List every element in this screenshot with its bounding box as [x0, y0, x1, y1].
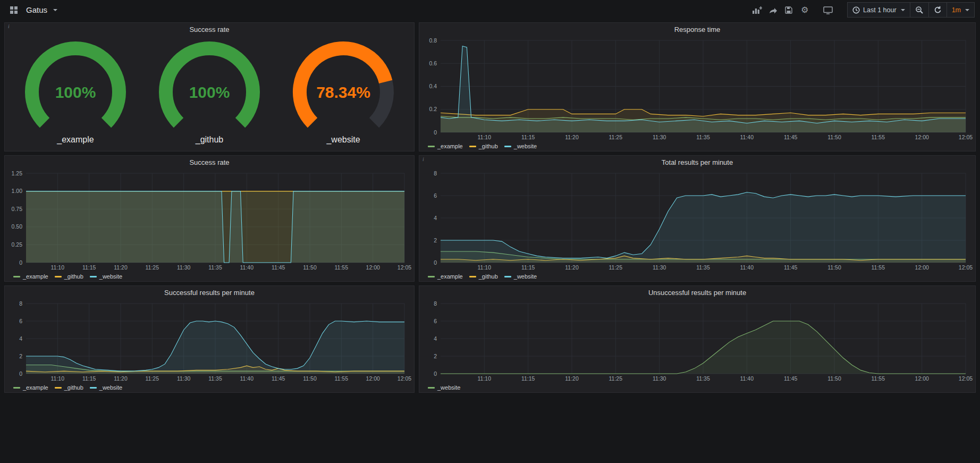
- caret-down-icon[interactable]: [53, 9, 57, 11]
- gauge-_github: 100%_github: [144, 41, 275, 145]
- chart-unsuccessful-results[interactable]: 0246811:1011:1511:2011:2511:3011:3511:40…: [421, 299, 973, 383]
- add-panel-button[interactable]: [749, 3, 764, 18]
- y-tick-label: 2: [19, 353, 22, 359]
- panel-title[interactable]: Response time: [419, 23, 975, 36]
- x-tick-label: 11:25: [146, 375, 159, 382]
- panel-title[interactable]: Success rate: [5, 23, 414, 36]
- legend-item-_website[interactable]: _website: [90, 273, 122, 280]
- y-tick-label: 0: [434, 129, 437, 136]
- chart-canvas: 00.20.40.60.811:1011:1511:2011:2511:3011…: [421, 36, 973, 141]
- x-tick-label: 11:35: [208, 375, 222, 382]
- gauge-arc: 78.34%: [278, 41, 409, 134]
- panel-success-rate-gauges: i Success rate 100%_example100%_github78…: [4, 22, 415, 151]
- chart-legend: _example_github_website: [7, 383, 412, 392]
- chart-total-results[interactable]: 0246811:1011:1511:2011:2511:3011:3511:40…: [421, 169, 973, 272]
- legend-item-_github[interactable]: _github: [55, 384, 83, 391]
- legend-item-_website[interactable]: _website: [504, 143, 537, 149]
- panel-successful-results: Successful results per minute 0246811:10…: [4, 285, 415, 393]
- x-tick-label: 11:55: [872, 375, 885, 382]
- chart-response-time[interactable]: 00.20.40.60.811:1011:1511:2011:2511:3011…: [421, 36, 973, 141]
- gauge-label: _github: [196, 135, 224, 145]
- gauge-_website: 78.34%_website: [278, 41, 409, 145]
- x-tick-label: 11:10: [478, 264, 492, 271]
- x-tick-label: 11:50: [303, 375, 317, 382]
- refresh-interval-picker[interactable]: 1m: [947, 2, 975, 18]
- info-icon[interactable]: i: [423, 156, 424, 162]
- zoom-out-icon: [915, 6, 924, 14]
- gauge-_example: 100%_example: [10, 41, 141, 145]
- panel-title[interactable]: Success rate: [5, 156, 414, 169]
- legend-item-_example[interactable]: _example: [13, 384, 48, 391]
- x-tick-label: 12:00: [366, 264, 380, 271]
- y-tick-label: 1.25: [12, 170, 23, 176]
- y-tick-label: 0: [434, 259, 437, 266]
- share-button[interactable]: [765, 3, 780, 18]
- dashboards-grid-icon[interactable]: [6, 3, 21, 18]
- panel-title[interactable]: Total results per minute: [419, 156, 975, 169]
- y-tick-label: 0: [434, 371, 437, 377]
- chart-success-rate[interactable]: 00.250.500.751.001.2511:1011:1511:2011:2…: [7, 169, 412, 272]
- x-tick-label: 11:30: [177, 264, 191, 271]
- y-tick-label: 0.8: [429, 37, 437, 44]
- y-tick-label: 2: [434, 237, 437, 243]
- x-tick-label: 11:45: [272, 375, 285, 382]
- x-tick-label: 11:20: [114, 264, 128, 271]
- legend-item-_website[interactable]: _website: [90, 384, 122, 391]
- share-icon: [768, 6, 778, 14]
- chart-legend: _example_github_website: [421, 141, 973, 151]
- refresh-button[interactable]: [929, 2, 947, 18]
- apps-grid-icon: [10, 6, 18, 14]
- y-tick-label: 0.6: [429, 60, 437, 66]
- chart-successful-results[interactable]: 0246811:1011:1511:2011:2511:3011:3511:40…: [7, 299, 412, 383]
- y-tick-label: 0.50: [12, 223, 23, 230]
- legend-item-_website[interactable]: _website: [428, 384, 460, 391]
- navbar-left: Gatus: [6, 3, 57, 18]
- dashboard-grid: i Success rate 100%_example100%_github78…: [0, 20, 980, 395]
- x-tick-label: 11:10: [478, 134, 492, 140]
- y-tick-label: 8: [19, 300, 22, 307]
- info-icon[interactable]: i: [8, 23, 10, 29]
- x-tick-label: 12:05: [959, 264, 973, 271]
- x-tick-label: 11:45: [272, 264, 285, 271]
- x-tick-label: 11:55: [872, 134, 885, 140]
- legend-item-_example[interactable]: _example: [13, 273, 48, 280]
- time-range-picker[interactable]: Last 1 hour: [847, 2, 910, 18]
- legend-item-_website[interactable]: _website: [504, 273, 537, 280]
- y-tick-label: 1.00: [12, 188, 23, 194]
- chart-legend: _example_github_website: [7, 272, 412, 281]
- x-tick-label: 11:30: [177, 375, 191, 382]
- y-tick-label: 8: [434, 170, 437, 176]
- x-tick-label: 11:15: [521, 264, 535, 271]
- panel-title[interactable]: Unsuccessful results per minute: [419, 286, 975, 299]
- series-fill-_website: [26, 191, 404, 263]
- save-button[interactable]: [781, 3, 796, 18]
- y-tick-label: 6: [19, 318, 22, 324]
- chart-legend: _website: [421, 383, 973, 392]
- legend-item-_github[interactable]: _github: [55, 273, 83, 280]
- x-tick-label: 11:50: [827, 134, 841, 140]
- zoom-out-button[interactable]: [910, 2, 929, 18]
- legend-item-_github[interactable]: _github: [469, 273, 498, 280]
- panel-title[interactable]: Successful results per minute: [5, 286, 414, 299]
- gauge-group: 100%_example100%_github78.34%_website: [7, 36, 412, 151]
- x-tick-label: 11:35: [208, 264, 222, 271]
- series-fill-_website: [441, 192, 966, 263]
- add-panel-icon: [752, 6, 762, 14]
- legend-item-_example[interactable]: _example: [428, 273, 463, 280]
- dashboard-title[interactable]: Gatus: [26, 5, 47, 14]
- x-tick-label: 12:05: [959, 375, 973, 382]
- gauge-arc: 100%: [10, 41, 141, 134]
- x-tick-label: 11:45: [784, 134, 798, 140]
- x-tick-label: 12:00: [915, 375, 929, 382]
- settings-button[interactable]: ⚙: [797, 3, 812, 18]
- x-tick-label: 11:25: [609, 264, 623, 271]
- gauge-remainder: [374, 81, 387, 122]
- panel-total-results: i Total results per minute 0246811:1011:…: [419, 155, 976, 282]
- legend-item-_example[interactable]: _example: [428, 143, 463, 149]
- monitor-icon: [823, 6, 833, 14]
- x-tick-label: 11:40: [740, 264, 754, 271]
- y-tick-label: 0: [19, 371, 22, 377]
- gauge-label: _example: [57, 135, 94, 145]
- legend-item-_github[interactable]: _github: [469, 143, 498, 149]
- tv-mode-button[interactable]: [821, 3, 835, 18]
